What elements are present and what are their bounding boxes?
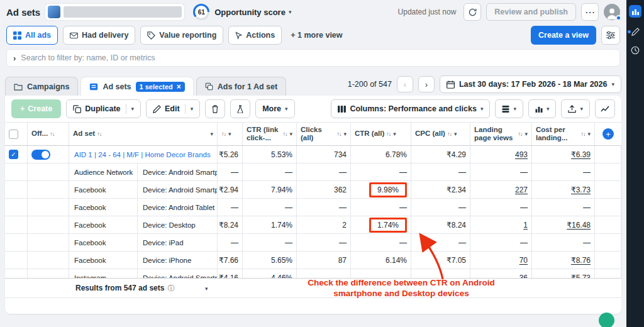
table-row[interactable]: FacebookDevice: Android Tablet———————: [5, 199, 621, 216]
header-cell-narrow[interactable]: ↑↓ ▾: [218, 123, 243, 145]
search-bar[interactable]: ›: [6, 49, 620, 67]
sort-icon[interactable]: ↑↓: [97, 131, 101, 137]
row-checkbox[interactable]: ✓: [9, 150, 18, 159]
table-row[interactable]: FacebookDevice: iPhone₹7.665.65%876.14%₹…: [5, 252, 621, 269]
previous-page-button[interactable]: ‹: [397, 76, 413, 92]
more-views-button[interactable]: + 1 more view: [287, 31, 346, 40]
review-publish-button[interactable]: Review and publish: [486, 3, 576, 21]
tab-ads[interactable]: Ads for 1 Ad set: [196, 77, 286, 96]
column-label: CTR (all): [355, 130, 384, 138]
breakdown-button[interactable]: ▾: [495, 99, 523, 118]
reports-button[interactable]: ▾: [528, 99, 557, 118]
sort-icon[interactable]: ↑↓: [518, 131, 522, 137]
add-column-button[interactable]: +: [602, 128, 614, 140]
sort-icon[interactable]: ↑↓: [447, 131, 452, 137]
chevron-down-icon[interactable]: ▾: [191, 106, 194, 112]
chevron-down-icon[interactable]: ▾: [343, 131, 347, 137]
date-range-picker[interactable]: Last 30 days: 17 Feb 2026 - 18 Mar 2026 …: [440, 75, 621, 93]
metric-value: —: [520, 238, 528, 247]
tab-campaigns[interactable]: Campaigns: [5, 77, 78, 96]
columns-button[interactable]: Columns: Performance and clicks ▾: [331, 99, 490, 118]
view-settings-button[interactable]: [601, 26, 620, 45]
next-page-button[interactable]: ›: [418, 76, 435, 92]
table-row[interactable]: ✓AID 1 | 24 - 64 | M/F | Home Decor Bran…: [5, 146, 621, 164]
metric-value: 1.74%: [369, 218, 407, 233]
sort-icon[interactable]: ↑↓: [580, 131, 585, 137]
metric-value[interactable]: 227: [515, 186, 528, 194]
chevron-down-icon[interactable]: ▾: [228, 131, 231, 137]
ab-test-button[interactable]: [230, 99, 250, 118]
table-row[interactable]: FacebookDevice: Android Smartp₹2.947.94%…: [5, 181, 621, 199]
view-had-delivery[interactable]: Had delivery: [63, 26, 135, 45]
chevron-down-icon[interactable]: ▾: [210, 131, 213, 137]
header-cell-off[interactable]: Off... ↑↓: [28, 123, 69, 145]
metric-value[interactable]: ₹6.39: [571, 150, 591, 159]
metric-value[interactable]: ₹16.48: [567, 221, 591, 230]
header-cell-ctr-all[interactable]: CTR (all) ↑↓ ▾: [351, 123, 411, 145]
metric-value: 9.98%: [369, 182, 407, 197]
create-button[interactable]: + Create: [11, 99, 61, 118]
chevron-down-icon[interactable]: ▾: [454, 131, 457, 137]
metric-value[interactable]: ₹8.76: [571, 256, 591, 265]
table-row[interactable]: FacebookDevice: Desktop₹8.241.74%21.74%₹…: [5, 216, 621, 234]
cell-ad-set: FacebookDevice: Android Tablet: [69, 199, 218, 216]
selected-badge[interactable]: 1 selected ×: [136, 82, 185, 92]
metric-value[interactable]: 493: [515, 150, 528, 159]
chevron-down-icon[interactable]: ▾: [587, 131, 591, 137]
view-all-ads[interactable]: All ads: [6, 26, 58, 45]
close-icon[interactable]: ×: [177, 83, 181, 91]
header-cell-clicks[interactable]: Clicks (all) ↑↓ ▾: [297, 123, 351, 145]
view-value-reporting[interactable]: Value reporting: [140, 26, 223, 45]
metric-value[interactable]: 36: [519, 274, 528, 279]
metric-value[interactable]: ₹3.73: [571, 186, 591, 194]
refresh-button[interactable]: [464, 3, 481, 21]
metric-value[interactable]: ₹5.73: [571, 274, 591, 279]
account-selector[interactable]: [45, 4, 184, 20]
chevron-down-icon[interactable]: ▾: [205, 285, 208, 292]
search-input[interactable]: [21, 53, 613, 62]
user-avatar[interactable]: [604, 4, 620, 20]
duplicate-button[interactable]: Duplicate ▾: [66, 99, 141, 118]
metric-value: ₹8.24: [219, 221, 238, 230]
charts-panel-button[interactable]: [595, 99, 615, 118]
view-actions[interactable]: Actions: [228, 26, 282, 45]
chat-bubble[interactable]: [599, 313, 614, 327]
more-actions-button[interactable]: More ▾: [255, 99, 294, 118]
ad-set-name-link[interactable]: AID 1 | 24 - 64 | M/F | Home Decor Brand…: [69, 151, 216, 158]
ad-set-toggle[interactable]: [31, 150, 50, 160]
header-cell-cost-landing[interactable]: Cost per landing... ↑↓ ▾: [532, 123, 595, 145]
header-cell-ad-set[interactable]: Ad set ↑↓ ▾: [69, 123, 218, 145]
chevron-down-icon[interactable]: ▾: [525, 131, 528, 137]
create-view-button[interactable]: Create a view: [531, 26, 596, 45]
edit-rail-button[interactable]: [631, 28, 640, 36]
sort-icon[interactable]: ↑↓: [282, 131, 287, 137]
more-options-button[interactable]: ⋯: [581, 3, 599, 21]
delete-button[interactable]: [205, 99, 225, 118]
breakdown-platform: Audience Network: [69, 169, 137, 176]
metric-value[interactable]: 70: [519, 256, 528, 265]
header-cell-ctr-link[interactable]: CTR (link click-... ↑↓ ▾: [243, 123, 297, 145]
export-button[interactable]: ▾: [561, 99, 590, 118]
sort-icon[interactable]: ↑↓: [221, 131, 226, 137]
history-rail-button[interactable]: [631, 46, 640, 55]
metric-value[interactable]: 1: [523, 221, 528, 230]
table-row[interactable]: FacebookDevice: iPad———————: [5, 234, 621, 252]
sort-icon[interactable]: ↑↓: [386, 131, 391, 137]
header-cell-cpc[interactable]: CPC (all) ↑↓ ▾: [411, 123, 470, 145]
chevron-down-icon[interactable]: ▾: [131, 106, 135, 112]
table-row[interactable]: InstagramDevice: Android Smartp₹4.164.46…: [5, 269, 621, 278]
bar-chart-icon: [535, 106, 543, 113]
table-row[interactable]: Audience NetworkDevice: Android Smartp——…: [5, 164, 621, 181]
sort-icon[interactable]: ↑↓: [336, 131, 341, 137]
opportunity-score-dropdown[interactable]: Opportunity score ▾: [214, 8, 291, 17]
tab-ad-sets[interactable]: Ad sets 1 selected ×: [80, 77, 193, 96]
metric-cell: ₹7.66: [218, 252, 243, 269]
metric-cell: —: [218, 164, 243, 180]
chevron-down-icon[interactable]: ▾: [393, 131, 396, 137]
insights-rail-button[interactable]: [629, 5, 641, 18]
sort-icon[interactable]: ↑↓: [50, 131, 54, 137]
select-all-checkbox[interactable]: [9, 130, 18, 139]
edit-button[interactable]: Edit ▾: [146, 99, 200, 118]
chevron-down-icon[interactable]: ▾: [289, 131, 292, 137]
header-cell-landing-views[interactable]: Landing page views ↑↓ ▾: [470, 123, 532, 145]
